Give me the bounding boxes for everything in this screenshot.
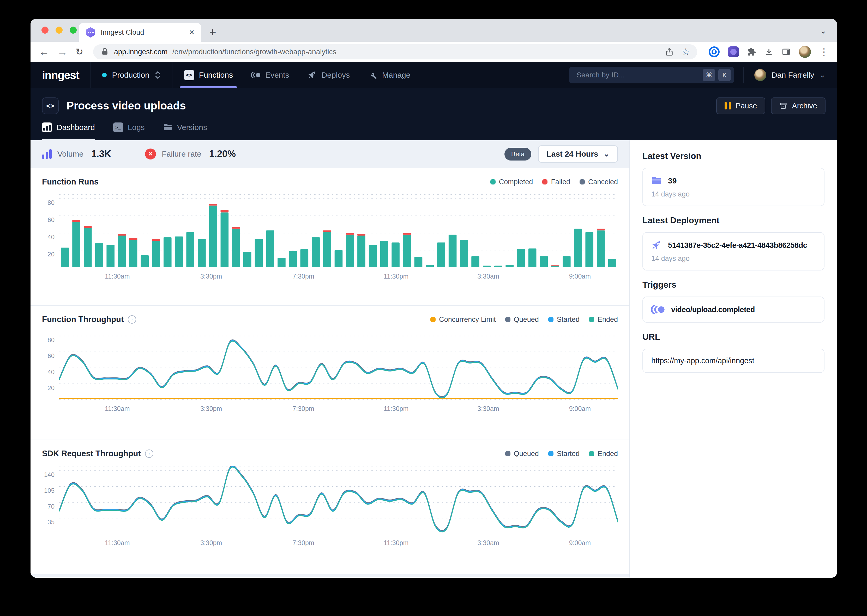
archive-button-label: Archive bbox=[792, 102, 817, 110]
x-tick-label: 7:30pm bbox=[292, 539, 314, 547]
events-icon bbox=[251, 70, 260, 80]
browser-tab-active[interactable]: Inngest Cloud ✕ bbox=[79, 23, 201, 42]
search-box[interactable]: ⌘ K bbox=[569, 67, 734, 83]
function-url: https://my-app.com/api/inngest bbox=[651, 357, 754, 365]
pause-icon bbox=[725, 102, 731, 110]
beta-badge: Beta bbox=[504, 148, 531, 160]
side-panel-icon[interactable] bbox=[782, 47, 791, 56]
address-bar[interactable]: app.inngest.com/env/production/functions… bbox=[93, 44, 697, 60]
tab-label: Dashboard bbox=[57, 123, 95, 132]
content-area: Volume 1.3K ✕ Failure rate 1.20% Beta La… bbox=[30, 140, 837, 578]
nav-item-events[interactable]: Events bbox=[251, 62, 289, 88]
divider bbox=[172, 62, 172, 88]
y-tick-label: 105 bbox=[44, 487, 55, 494]
plot-area: 11:30am3:30pm7:30pm11:30pm3:30am9:00am bbox=[59, 332, 618, 413]
url-card[interactable]: https://my-app.com/api/inngest bbox=[642, 349, 824, 373]
tab-close-icon[interactable]: ✕ bbox=[189, 28, 195, 36]
bookmark-star-icon[interactable]: ☆ bbox=[681, 47, 690, 57]
search-input[interactable] bbox=[576, 71, 700, 80]
x-tick-label: 3:30am bbox=[477, 539, 499, 547]
maximize-window-button[interactable] bbox=[69, 27, 77, 34]
latest-deployment-card[interactable]: 5141387e-35c2-4efe-a421-4843b86258dc 14 … bbox=[642, 232, 824, 270]
nav-item-deploys[interactable]: Deploys bbox=[307, 62, 350, 88]
legend-label: Queued bbox=[514, 316, 539, 324]
y-tick-label: 80 bbox=[47, 336, 55, 344]
failure-rate-label: Failure rate bbox=[162, 149, 201, 159]
url-host: app.inngest.com bbox=[114, 48, 167, 56]
url-heading: URL bbox=[642, 332, 824, 342]
back-button[interactable]: ← bbox=[39, 47, 49, 57]
inngest-logo[interactable]: inngest bbox=[30, 69, 90, 82]
window-controls bbox=[41, 27, 77, 34]
y-tick-label: 40 bbox=[47, 368, 55, 376]
forward-button[interactable]: → bbox=[57, 47, 68, 57]
y-tick-label: 70 bbox=[47, 503, 55, 510]
close-window-button[interactable] bbox=[41, 27, 49, 34]
environment-selector[interactable]: Production bbox=[91, 62, 172, 88]
main-column: Volume 1.3K ✕ Failure rate 1.20% Beta La… bbox=[30, 140, 629, 578]
trigger-card[interactable]: video/upload.completed bbox=[642, 297, 824, 322]
tab-logs[interactable]: >_ Logs bbox=[113, 123, 145, 140]
x-tick-label: 11:30pm bbox=[384, 405, 408, 412]
pause-button[interactable]: Pause bbox=[716, 97, 765, 114]
legend-dot bbox=[490, 179, 496, 184]
tab-search-chevron-icon[interactable]: ⌄ bbox=[820, 27, 826, 35]
dashboard-chart-icon bbox=[42, 123, 52, 132]
browser-profile-avatar[interactable] bbox=[799, 46, 811, 58]
x-tick-label: 11:30am bbox=[105, 405, 130, 412]
app-navbar: inngest Production <> Functions bbox=[30, 62, 837, 88]
reload-button[interactable]: ↻ bbox=[76, 47, 83, 57]
y-axis: 20406080 bbox=[42, 332, 59, 413]
sdk-request-throughput-section: SDK Request Throughput i Queued Started … bbox=[30, 440, 629, 574]
tab-versions[interactable]: Versions bbox=[163, 123, 207, 140]
chart-svg bbox=[59, 466, 618, 534]
trigger-event-name: video/upload.completed bbox=[671, 305, 755, 314]
x-tick-label: 3:30pm bbox=[200, 539, 222, 547]
legend-label: Completed bbox=[499, 178, 533, 186]
info-icon[interactable]: i bbox=[145, 449, 153, 458]
tab-dashboard[interactable]: Dashboard bbox=[42, 123, 95, 140]
x-tick-label: 11:30am bbox=[105, 539, 130, 547]
x-tick-label: 9:00am bbox=[569, 405, 591, 412]
user-avatar bbox=[754, 69, 766, 81]
chart-title: Function Throughput bbox=[42, 315, 124, 324]
archive-button[interactable]: Archive bbox=[771, 97, 826, 114]
y-tick-label: 40 bbox=[47, 234, 55, 241]
version-timestamp: 14 days ago bbox=[651, 190, 816, 198]
browser-window: Inngest Cloud ✕ + ⌄ ← → ↻ app.inngest.co… bbox=[30, 19, 837, 578]
function-throughput-chart: 20406080 11:30am3:30pm7:30pm11:30pm3:30a… bbox=[42, 332, 618, 413]
failure-x-icon: ✕ bbox=[145, 149, 156, 159]
triggers-heading: Triggers bbox=[642, 280, 824, 290]
x-tick-label: 3:30pm bbox=[200, 273, 222, 280]
minimize-window-button[interactable] bbox=[55, 27, 63, 34]
legend-dot bbox=[542, 179, 547, 184]
environment-status-dot bbox=[102, 73, 107, 77]
legend-dot bbox=[505, 317, 511, 322]
share-icon[interactable] bbox=[665, 47, 674, 56]
user-name: Dan Farrelly bbox=[772, 71, 814, 80]
event-trigger-icon bbox=[651, 304, 665, 315]
download-icon[interactable] bbox=[765, 47, 773, 56]
nav-item-label: Functions bbox=[199, 71, 233, 80]
legend-label: Failed bbox=[551, 178, 570, 186]
password-manager-extension-icon[interactable] bbox=[709, 46, 720, 57]
latest-version-heading: Latest Version bbox=[642, 151, 824, 161]
y-tick-label: 140 bbox=[44, 471, 55, 478]
info-icon[interactable]: i bbox=[128, 315, 136, 324]
account-menu[interactable]: Dan Farrelly ⌄ bbox=[743, 67, 826, 83]
nav-item-functions[interactable]: <> Functions bbox=[184, 62, 233, 88]
legend-dot bbox=[548, 451, 553, 456]
legend-dot bbox=[580, 179, 585, 184]
page-title: Process video uploads bbox=[66, 99, 186, 112]
nav-item-manage[interactable]: Manage bbox=[368, 62, 410, 88]
tab-label: Versions bbox=[177, 123, 207, 132]
purple-extension-icon[interactable] bbox=[728, 46, 739, 57]
latest-version-card[interactable]: 39 14 days ago bbox=[642, 168, 824, 206]
legend-dot bbox=[589, 451, 594, 456]
failure-rate-value: 1.20% bbox=[209, 149, 236, 159]
time-range-select[interactable]: Last 24 Hours ⌄ bbox=[538, 145, 618, 163]
puzzle-extensions-icon[interactable] bbox=[747, 47, 756, 56]
y-tick-label: 35 bbox=[47, 519, 55, 526]
new-tab-button[interactable]: + bbox=[209, 26, 216, 38]
browser-menu-icon[interactable]: ⋮ bbox=[819, 47, 829, 57]
